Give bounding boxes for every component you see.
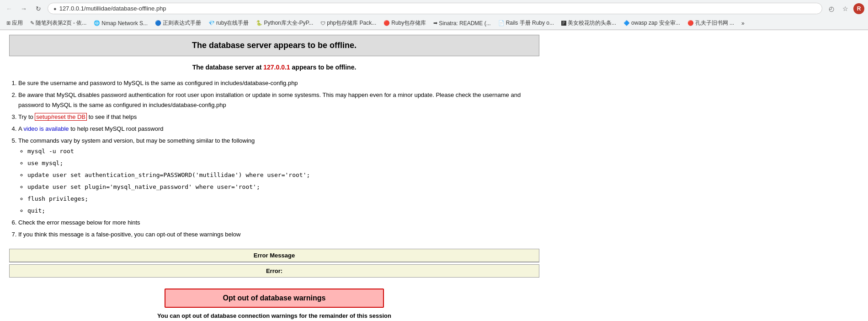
error-label: Error: — [266, 268, 282, 274]
error-message-section: Error Message — [9, 249, 539, 262]
ip-link[interactable]: 127.0.0.1 — [263, 64, 290, 71]
instructions-list: Be sure the username and password to MyS… — [18, 78, 539, 240]
notes-icon: ✎ — [30, 20, 34, 26]
list-item: The commands vary by system and version,… — [18, 136, 539, 216]
bookmark-sinatra-label: Sinatra: README (... — [439, 20, 490, 27]
list-item: update user set plugin='mysql_native_pas… — [27, 182, 539, 192]
instruction-2: Be aware that MySQL disables password au… — [18, 91, 521, 108]
star-button[interactable]: ☆ — [840, 3, 851, 14]
video-link[interactable]: video is available — [24, 125, 69, 132]
refresh-button[interactable]: ↻ — [33, 3, 44, 14]
list-item: quit; — [27, 206, 539, 216]
forward-button[interactable]: → — [18, 3, 29, 14]
cmd-4: update user set plugin='mysql_native_pas… — [27, 183, 260, 190]
cmd-2: use mysql; — [27, 160, 63, 166]
bookmark-apps-label: 应用 — [12, 19, 23, 27]
toolbar-icons: ◴ ☆ R — [826, 3, 864, 14]
bookmark-more-label: » — [741, 20, 745, 27]
cmd-5: flush privileges; — [27, 195, 88, 202]
beauty-icon: 🅿 — [561, 21, 566, 26]
instruction-3-prefix: Try to — [18, 113, 35, 120]
address-bar[interactable]: ● 127.0.0.1/mutillidae/database-offline.… — [48, 3, 822, 14]
bookmark-ruby-manual[interactable]: 💎 ruby在线手册 — [206, 18, 251, 28]
lock-icon: ● — [53, 6, 57, 11]
screen-cast-button[interactable]: ◴ — [826, 3, 837, 14]
subtitle-suffix: appears to be offline. — [290, 64, 357, 71]
bookmark-regex[interactable]: 🔵 正则表达式手册 — [152, 18, 204, 28]
bookmark-nmap-label: Nmap Network S... — [101, 20, 148, 27]
commands-list: mysql -u root use mysql; update user set… — [27, 146, 539, 216]
bookmark-ruby-pkg-label: Ruby包存储库 — [391, 19, 426, 27]
opt-out-description: You can opt out of database connection w… — [157, 312, 391, 319]
list-item: A video is available to help reset MySQL… — [18, 124, 539, 134]
browser-chrome: ← → ↻ ● 127.0.0.1/mutillidae/database-of… — [0, 0, 868, 30]
bookmark-confucius-label: 孔夫子旧书网 ... — [695, 19, 734, 27]
error-section: Error: — [9, 264, 539, 278]
rails-icon: 📄 — [498, 20, 505, 26]
bookmark-apps[interactable]: ⊞ 应用 — [4, 18, 26, 28]
instruction-6: Check the error message below for more h… — [18, 219, 140, 226]
ruby-manual-icon: 💎 — [208, 20, 215, 26]
list-item: mysql -u root — [27, 146, 539, 156]
python-icon: 🐍 — [256, 20, 262, 26]
list-item: use mysql; — [27, 158, 539, 168]
bookmark-regex-label: 正则表达式手册 — [163, 19, 201, 27]
bookmark-ruby-manual-label: ruby在线手册 — [216, 19, 249, 27]
main-heading: The database server appears to be offlin… — [192, 41, 357, 50]
bookmark-ruby-pkg[interactable]: 🔴 Ruby包存储库 — [381, 18, 429, 28]
subtitle-prefix: The database server at — [192, 64, 264, 71]
ruby-pkg-icon: 🔴 — [383, 20, 390, 26]
regex-icon: 🔵 — [155, 20, 161, 26]
error-content: Error: — [10, 265, 539, 277]
opt-out-section: Opt out of database warnings You can opt… — [9, 289, 539, 321]
list-item: update user set authentication_string=PA… — [27, 170, 539, 180]
back-button[interactable]: ← — [4, 3, 15, 14]
bookmark-more[interactable]: » — [739, 19, 747, 27]
list-item: flush privileges; — [27, 194, 539, 204]
list-item: Check the error message below for more h… — [18, 218, 539, 228]
bookmark-sinatra[interactable]: ➡ Sinatra: README (... — [431, 19, 493, 27]
confucius-icon: 🔴 — [687, 20, 694, 26]
bookmark-notes-label: 随笔列表第2页 - 依... — [36, 19, 86, 27]
list-item: If you think this message is a false-pos… — [18, 230, 539, 240]
instruction-5: The commands vary by system and version,… — [18, 137, 255, 144]
bookmark-python[interactable]: 🐍 Python库大全-PyP... — [253, 18, 316, 28]
php-icon: 🛡 — [320, 21, 325, 26]
bookmark-rails[interactable]: 📄 Rails 手册 Ruby o... — [495, 18, 557, 28]
page-content: The database server appears to be offlin… — [0, 30, 548, 321]
owasp-icon: 🔷 — [623, 20, 630, 26]
cmd-3: update user set authentication_string=PA… — [27, 171, 310, 178]
opt-out-button[interactable]: Opt out of database warnings — [165, 289, 384, 308]
bookmark-notes[interactable]: ✎ 随笔列表第2页 - 依... — [27, 18, 89, 28]
bookmark-owasp-label: owasp zap 安全审... — [631, 19, 680, 27]
bookmarks-bar: ⊞ 应用 ✎ 随笔列表第2页 - 依... 🌐 Nmap Network S..… — [0, 17, 868, 30]
instruction-1: Be sure the username and password to MyS… — [18, 80, 298, 86]
error-message-header: Error Message — [10, 249, 539, 262]
cmd-1: mysql -u root — [27, 148, 74, 155]
browser-toolbar: ← → ↻ ● 127.0.0.1/mutillidae/database-of… — [0, 0, 868, 17]
bookmark-php[interactable]: 🛡 php包存储库 Pack... — [318, 18, 379, 28]
sinatra-icon: ➡ — [433, 20, 437, 26]
bookmark-nmap[interactable]: 🌐 Nmap Network S... — [91, 19, 150, 27]
instruction-7: If you think this message is a false-pos… — [18, 231, 240, 238]
bookmark-owasp[interactable]: 🔷 owasp zap 安全审... — [621, 18, 683, 28]
profile-avatar[interactable]: R — [853, 3, 864, 14]
nmap-icon: 🌐 — [94, 20, 100, 26]
bookmark-confucius[interactable]: 🔴 孔夫子旧书网 ... — [685, 18, 737, 28]
instruction-4-prefix: A — [18, 125, 24, 132]
instruction-3-suffix: to see if that helps — [87, 113, 137, 120]
main-heading-bar: The database server appears to be offlin… — [9, 35, 539, 56]
list-item: Be sure the username and password to MyS… — [18, 78, 539, 88]
bookmark-python-label: Python库大全-PyP... — [264, 19, 313, 27]
list-item: Be aware that MySQL disables password au… — [18, 90, 539, 110]
bookmark-beauty[interactable]: 🅿 美女校花坊的头条... — [559, 18, 619, 28]
bookmark-rails-label: Rails 手册 Ruby o... — [506, 19, 554, 27]
bookmark-php-label: php包存储库 Pack... — [327, 19, 376, 27]
apps-icon: ⊞ — [6, 20, 11, 26]
list-item: Try to setup/reset the DB to see if that… — [18, 112, 539, 122]
cmd-6: quit; — [27, 207, 45, 214]
instruction-4-suffix: to help reset MySQL root password — [69, 125, 164, 132]
error-message-label: Error Message — [254, 252, 295, 259]
bookmark-beauty-label: 美女校花坊的头条... — [568, 19, 616, 27]
setup-reset-db-link[interactable]: setup/reset the DB — [35, 113, 87, 121]
